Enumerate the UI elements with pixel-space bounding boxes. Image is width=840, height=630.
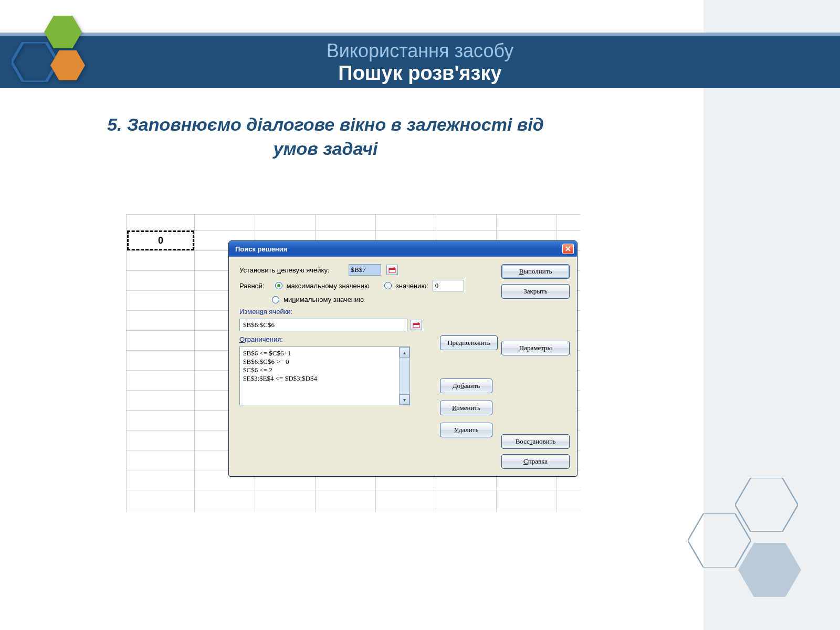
radio-value[interactable] <box>384 282 392 289</box>
guess-button[interactable]: Предположить <box>440 335 498 350</box>
target-cell-input[interactable] <box>349 264 381 276</box>
radio-max-label: максимальному значению <box>287 282 370 290</box>
scroll-down-icon[interactable]: ▾ <box>400 394 410 405</box>
delete-button[interactable]: Удалить <box>440 423 492 437</box>
radio-value-label: значению: <box>396 282 428 290</box>
add-button[interactable]: Добавить <box>440 379 492 393</box>
constraint-item[interactable]: $B$6:$C$6 >= 0 <box>243 358 406 366</box>
constraints-list[interactable]: $B$6 <= $C$6+1 $B$6:$C$6 >= 0 $C$6 <= 2 … <box>239 346 410 405</box>
change-label: Изменяя ячейки: <box>239 308 488 316</box>
slide-subtitle: 5. Заповнюємо діалогове вікно в залежнос… <box>89 113 562 161</box>
ref-picker-button-2[interactable] <box>411 320 422 330</box>
hex-cluster-top <box>12 16 106 110</box>
title-band: Використання засобу Пошук розв'язку <box>0 36 840 88</box>
value-input[interactable] <box>433 280 464 291</box>
excel-screenshot: 0 Поиск решения ✕ Установить целевую яче… <box>126 214 580 512</box>
selected-cell[interactable]: 0 <box>127 230 194 250</box>
edit-button[interactable]: Изменить <box>440 401 492 415</box>
hex-cluster-bottom <box>672 478 808 614</box>
close-dialog-button[interactable]: Закрыть <box>501 284 570 299</box>
change-cells-input[interactable] <box>239 319 407 331</box>
radio-min[interactable] <box>272 296 279 303</box>
reset-button[interactable]: Восстановить <box>501 434 570 449</box>
radio-max[interactable] <box>275 282 282 289</box>
dialog-titlebar[interactable]: Поиск решения ✕ <box>229 241 577 257</box>
constraint-item[interactable]: $E$3:$E$4 <= $D$3:$D$4 <box>243 374 406 383</box>
close-button[interactable]: ✕ <box>562 244 574 254</box>
constraint-item[interactable]: $B$6 <= $C$6+1 <box>243 349 406 358</box>
svg-rect-3 <box>413 323 419 325</box>
run-button[interactable]: Выполнить <box>501 264 570 279</box>
target-label: Установить целевую ячейку: <box>239 266 330 274</box>
scrollbar[interactable]: ▴ ▾ <box>399 347 410 405</box>
dialog-title: Поиск решения <box>235 245 287 253</box>
title-line1: Використання засобу <box>327 40 514 62</box>
radio-min-label: минимальному значению <box>284 296 364 303</box>
equal-label: Равной: <box>239 282 265 290</box>
close-icon: ✕ <box>565 245 571 253</box>
params-button[interactable]: Параметры <box>501 341 570 355</box>
constraint-item[interactable]: $C$6 <= 2 <box>243 366 406 374</box>
ref-picker-button[interactable] <box>386 265 398 275</box>
title-line2: Пошук розв'язку <box>338 62 501 85</box>
svg-rect-1 <box>389 268 395 270</box>
target-cell-field[interactable] <box>349 265 381 275</box>
scroll-up-icon[interactable]: ▴ <box>400 347 410 358</box>
solver-dialog: Поиск решения ✕ Установить целевую ячейк… <box>228 240 578 477</box>
help-button[interactable]: Справка <box>501 454 570 469</box>
